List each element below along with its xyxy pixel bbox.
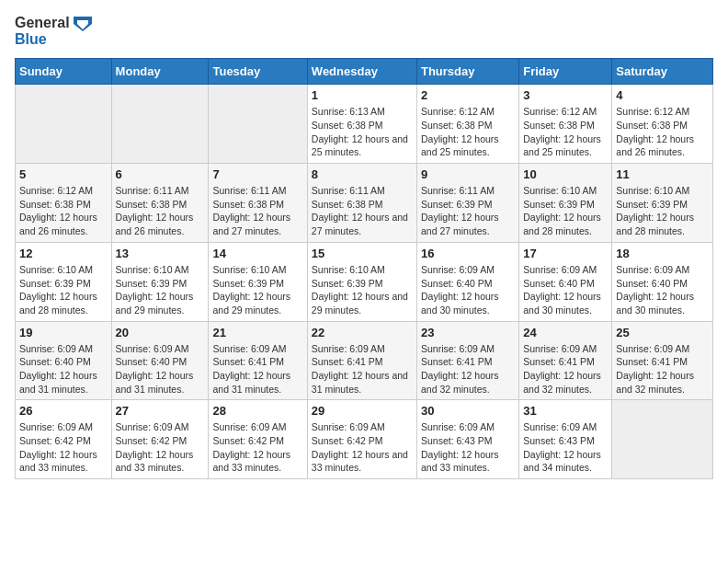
day-number: 26 (19, 404, 108, 418)
day-number: 13 (116, 247, 205, 260)
calendar-cell: 4Sunrise: 6:12 AM Sunset: 6:38 PM Daylig… (612, 85, 713, 164)
day-number: 31 (523, 404, 608, 418)
calendar-week-row: 5Sunrise: 6:12 AM Sunset: 6:38 PM Daylig… (16, 164, 713, 243)
day-info: Sunrise: 6:09 AM Sunset: 6:42 PM Dayligh… (212, 420, 302, 475)
calendar-cell: 9Sunrise: 6:11 AM Sunset: 6:39 PM Daylig… (416, 164, 518, 243)
calendar-cell: 11Sunrise: 6:10 AM Sunset: 6:39 PM Dayli… (612, 164, 713, 243)
day-info: Sunrise: 6:09 AM Sunset: 6:43 PM Dayligh… (523, 420, 608, 475)
day-number: 14 (212, 247, 302, 260)
day-info: Sunrise: 6:10 AM Sunset: 6:39 PM Dayligh… (116, 263, 205, 317)
day-info: Sunrise: 6:11 AM Sunset: 6:39 PM Dayligh… (421, 184, 515, 238)
calendar-cell: 24Sunrise: 6:09 AM Sunset: 6:41 PM Dayli… (519, 321, 612, 400)
day-info: Sunrise: 6:09 AM Sunset: 6:40 PM Dayligh… (523, 263, 608, 317)
day-number: 15 (312, 247, 413, 260)
calendar-cell: 29Sunrise: 6:09 AM Sunset: 6:42 PM Dayli… (307, 400, 416, 479)
weekday-header: Sunday (16, 59, 112, 85)
page-header: General Blue (15, 15, 713, 47)
calendar-week-row: 1Sunrise: 6:13 AM Sunset: 6:38 PM Daylig… (16, 85, 713, 164)
day-info: Sunrise: 6:10 AM Sunset: 6:39 PM Dayligh… (616, 184, 709, 238)
day-number: 23 (421, 326, 515, 339)
calendar-cell: 18Sunrise: 6:09 AM Sunset: 6:40 PM Dayli… (612, 242, 713, 321)
weekday-header-row: SundayMondayTuesdayWednesdayThursdayFrid… (16, 59, 713, 85)
calendar-cell: 22Sunrise: 6:09 AM Sunset: 6:41 PM Dayli… (307, 321, 416, 400)
day-info: Sunrise: 6:12 AM Sunset: 6:38 PM Dayligh… (19, 184, 108, 238)
day-number: 28 (212, 404, 302, 418)
day-number: 2 (421, 88, 515, 102)
weekday-header: Monday (111, 59, 209, 85)
weekday-header: Tuesday (209, 59, 307, 85)
calendar-cell: 2Sunrise: 6:12 AM Sunset: 6:38 PM Daylig… (416, 85, 518, 164)
weekday-header: Thursday (416, 59, 518, 85)
calendar-cell: 8Sunrise: 6:11 AM Sunset: 6:38 PM Daylig… (307, 164, 416, 243)
calendar-cell: 26Sunrise: 6:09 AM Sunset: 6:42 PM Dayli… (16, 400, 112, 479)
calendar-cell: 1Sunrise: 6:13 AM Sunset: 6:38 PM Daylig… (307, 85, 416, 164)
calendar-cell (111, 85, 209, 164)
day-info: Sunrise: 6:09 AM Sunset: 6:40 PM Dayligh… (116, 342, 205, 396)
day-number: 5 (19, 167, 108, 181)
day-info: Sunrise: 6:09 AM Sunset: 6:41 PM Dayligh… (312, 342, 413, 396)
day-number: 8 (312, 167, 413, 181)
day-info: Sunrise: 6:09 AM Sunset: 6:40 PM Dayligh… (616, 263, 709, 317)
day-info: Sunrise: 6:11 AM Sunset: 6:38 PM Dayligh… (116, 184, 205, 238)
day-info: Sunrise: 6:10 AM Sunset: 6:39 PM Dayligh… (523, 184, 608, 238)
day-number: 10 (523, 167, 608, 181)
day-number: 24 (523, 326, 608, 339)
calendar-cell: 28Sunrise: 6:09 AM Sunset: 6:42 PM Dayli… (209, 400, 307, 479)
calendar-cell: 17Sunrise: 6:09 AM Sunset: 6:40 PM Dayli… (519, 242, 612, 321)
weekday-header: Wednesday (307, 59, 416, 85)
day-number: 20 (116, 326, 205, 339)
day-info: Sunrise: 6:09 AM Sunset: 6:41 PM Dayligh… (212, 342, 302, 396)
calendar-cell: 19Sunrise: 6:09 AM Sunset: 6:40 PM Dayli… (16, 321, 112, 400)
day-info: Sunrise: 6:12 AM Sunset: 6:38 PM Dayligh… (616, 105, 709, 159)
day-number: 22 (312, 326, 413, 339)
calendar-cell: 31Sunrise: 6:09 AM Sunset: 6:43 PM Dayli… (519, 400, 612, 479)
calendar-cell: 10Sunrise: 6:10 AM Sunset: 6:39 PM Dayli… (519, 164, 612, 243)
day-info: Sunrise: 6:11 AM Sunset: 6:38 PM Dayligh… (312, 184, 413, 238)
calendar-cell: 14Sunrise: 6:10 AM Sunset: 6:39 PM Dayli… (209, 242, 307, 321)
calendar-cell: 20Sunrise: 6:09 AM Sunset: 6:40 PM Dayli… (111, 321, 209, 400)
day-number: 19 (19, 326, 108, 339)
day-info: Sunrise: 6:10 AM Sunset: 6:39 PM Dayligh… (212, 263, 302, 317)
day-info: Sunrise: 6:09 AM Sunset: 6:42 PM Dayligh… (312, 420, 413, 475)
day-info: Sunrise: 6:09 AM Sunset: 6:43 PM Dayligh… (421, 420, 515, 475)
calendar-cell: 7Sunrise: 6:11 AM Sunset: 6:38 PM Daylig… (209, 164, 307, 243)
day-info: Sunrise: 6:09 AM Sunset: 6:42 PM Dayligh… (116, 420, 205, 475)
calendar-cell: 30Sunrise: 6:09 AM Sunset: 6:43 PM Dayli… (416, 400, 518, 479)
calendar-cell: 21Sunrise: 6:09 AM Sunset: 6:41 PM Dayli… (209, 321, 307, 400)
day-info: Sunrise: 6:12 AM Sunset: 6:38 PM Dayligh… (421, 105, 515, 159)
logo-arrow-icon (74, 17, 92, 31)
day-number: 6 (116, 167, 205, 181)
day-number: 17 (523, 247, 608, 260)
calendar-cell: 6Sunrise: 6:11 AM Sunset: 6:38 PM Daylig… (111, 164, 209, 243)
day-info: Sunrise: 6:09 AM Sunset: 6:41 PM Dayligh… (616, 342, 709, 396)
calendar-cell: 5Sunrise: 6:12 AM Sunset: 6:38 PM Daylig… (16, 164, 112, 243)
calendar-week-row: 26Sunrise: 6:09 AM Sunset: 6:42 PM Dayli… (16, 400, 713, 479)
calendar-cell (209, 85, 307, 164)
weekday-header: Saturday (612, 59, 713, 85)
calendar-cell: 23Sunrise: 6:09 AM Sunset: 6:41 PM Dayli… (416, 321, 518, 400)
calendar-week-row: 19Sunrise: 6:09 AM Sunset: 6:40 PM Dayli… (16, 321, 713, 400)
day-number: 12 (19, 247, 108, 260)
day-number: 11 (616, 167, 709, 181)
calendar-table: SundayMondayTuesdayWednesdayThursdayFrid… (15, 58, 713, 479)
calendar-cell: 3Sunrise: 6:12 AM Sunset: 6:38 PM Daylig… (519, 85, 612, 164)
day-number: 21 (212, 326, 302, 339)
day-number: 1 (312, 88, 413, 102)
day-number: 25 (616, 326, 709, 339)
day-info: Sunrise: 6:09 AM Sunset: 6:40 PM Dayligh… (19, 342, 108, 396)
day-number: 29 (312, 404, 413, 418)
day-info: Sunrise: 6:09 AM Sunset: 6:41 PM Dayligh… (421, 342, 515, 396)
weekday-header: Friday (519, 59, 612, 85)
calendar-week-row: 12Sunrise: 6:10 AM Sunset: 6:39 PM Dayli… (16, 242, 713, 321)
day-info: Sunrise: 6:09 AM Sunset: 6:41 PM Dayligh… (523, 342, 608, 396)
day-info: Sunrise: 6:11 AM Sunset: 6:38 PM Dayligh… (212, 184, 302, 238)
day-number: 18 (616, 247, 709, 260)
day-number: 27 (116, 404, 205, 418)
day-number: 7 (212, 167, 302, 181)
day-info: Sunrise: 6:09 AM Sunset: 6:42 PM Dayligh… (19, 420, 108, 475)
calendar-cell: 15Sunrise: 6:10 AM Sunset: 6:39 PM Dayli… (307, 242, 416, 321)
calendar-cell: 25Sunrise: 6:09 AM Sunset: 6:41 PM Dayli… (612, 321, 713, 400)
calendar-cell: 27Sunrise: 6:09 AM Sunset: 6:42 PM Dayli… (111, 400, 209, 479)
day-info: Sunrise: 6:09 AM Sunset: 6:40 PM Dayligh… (421, 263, 515, 317)
day-info: Sunrise: 6:10 AM Sunset: 6:39 PM Dayligh… (19, 263, 108, 317)
